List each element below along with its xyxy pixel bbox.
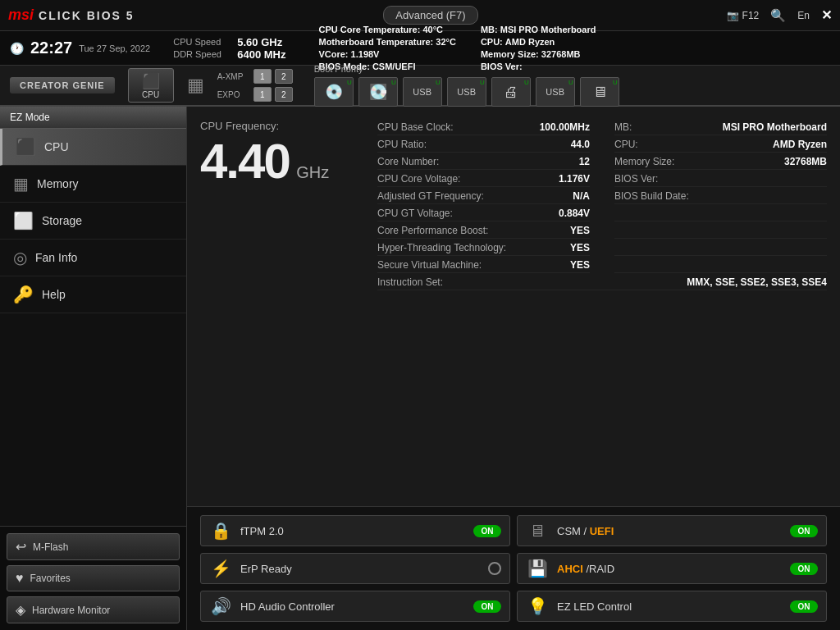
spec-svm: Secure Virtual Machine: YES [377, 258, 590, 273]
ddr-speed-value: 6400 MHz [237, 48, 285, 61]
sidebar-item-cpu-label: CPU [44, 140, 69, 153]
boot-item-2[interactable]: USBU [403, 77, 442, 107]
time-section: 🕐 22:27 Tue 27 Sep, 2022 [10, 39, 150, 57]
cpu-temp-label: CPU Core Temperature: [318, 25, 420, 34]
ftpm-card[interactable]: 🔒 fTPM 2.0 ON [200, 515, 510, 546]
axmp-profile1-button[interactable]: 1 [253, 69, 272, 84]
axmp-row: A-XMP 1 2 [217, 69, 293, 84]
mb-value: MSI PRO Motherboard [500, 25, 596, 34]
expo-profile1-button[interactable]: 1 [253, 87, 272, 102]
ahci-toggle[interactable]: ON [790, 563, 818, 575]
cpu-icon-block[interactable]: ⬛ CPU [128, 68, 174, 103]
sidebar-nav: ⬛ CPU ▦ Memory ⬜ Storage ◎ Fan Info 🔑 He… [0, 129, 186, 526]
ahci-label: AHCI /RAID [557, 563, 782, 575]
mem-size-row: Memory Size: 32768MB [481, 49, 596, 59]
mem-size-label: Memory Size: [481, 49, 539, 59]
cpu-frequency-panel: CPU Frequency: 4.40 GHz [200, 120, 364, 493]
boot-section: Boot Priority 💿U 💽U USBU USBU 🖨U USBU 🖥U [306, 64, 830, 107]
logo-area: msi CLICK BIOS 5 [8, 7, 135, 24]
spec-gt-freq-val: N/A [573, 190, 590, 202]
expo-profile2-button[interactable]: 2 [275, 87, 293, 102]
boot-item-4[interactable]: 🖨U [491, 77, 531, 107]
screenshot-key[interactable]: 📷 F12 [727, 10, 759, 21]
mem-size-value: 32768MB [541, 49, 581, 59]
spec-core-number-val: 12 [579, 156, 590, 167]
boot-item-3[interactable]: USBU [447, 77, 486, 107]
ezled-card[interactable]: 💡 EZ LED Control ON [517, 591, 827, 622]
sidebar-item-fan-info[interactable]: ◎ Fan Info [0, 240, 186, 276]
spec-empty-4 [614, 258, 827, 273]
ftpm-toggle[interactable]: ON [473, 525, 501, 537]
spec-instruction-set-key: Instruction Set: [377, 276, 443, 288]
spec-bios-build-key: BIOS Build Date: [614, 190, 689, 202]
favorites-button[interactable]: ♥ Favorites [7, 565, 180, 591]
profile-memory-icon: ▦ [187, 75, 204, 96]
close-icon[interactable]: ✕ [821, 7, 832, 23]
m-flash-icon: ↩ [16, 539, 26, 555]
boot-item-5[interactable]: USBU [536, 77, 575, 107]
expo-label: EXPO [217, 90, 250, 99]
mb-label: MB: [481, 25, 498, 34]
content-area: CPU Frequency: 4.40 GHz CPU Base Clock: … [187, 107, 840, 630]
main-layout: EZ Mode ⬛ CPU ▦ Memory ⬜ Storage ◎ Fan I… [0, 107, 840, 630]
csm-toggle[interactable]: ON [790, 525, 818, 537]
mode-label[interactable]: Advanced (F7) [383, 6, 477, 25]
cpu-nav-icon: ⬛ [16, 137, 36, 157]
boot-item-6[interactable]: 🖥U [580, 77, 619, 107]
sidebar-item-help[interactable]: 🔑 Help [0, 276, 186, 313]
boot-item-1[interactable]: 💽U [358, 77, 398, 107]
fan-nav-icon: ◎ [13, 248, 27, 267]
spec-bios-build: BIOS Build Date: [614, 189, 827, 204]
memory-nav-icon: ▦ [13, 174, 29, 194]
cpu-row: CPU: AMD Ryzen [481, 37, 596, 47]
hdaudio-toggle[interactable]: ON [473, 600, 501, 613]
spec-core-voltage: CPU Core Voltage: 1.176V [377, 171, 590, 187]
clock-icon: 🕐 [10, 42, 24, 55]
sidebar-item-memory[interactable]: ▦ Memory [0, 166, 186, 203]
content-top: CPU Frequency: 4.40 GHz CPU Base Clock: … [187, 107, 840, 506]
csm-card[interactable]: 🖥 CSM / UEFI ON [517, 515, 827, 546]
hardware-monitor-button[interactable]: ◈ Hardware Monitor [7, 596, 180, 623]
m-flash-label: M-Flash [33, 541, 68, 553]
spec-ratio-val: 44.0 [571, 139, 590, 150]
spec-base-clock: CPU Base Clock: 100.00MHz [377, 120, 590, 135]
ezled-toggle[interactable]: ON [790, 600, 818, 613]
erp-radio[interactable] [488, 562, 501, 575]
axmp-label: A-XMP [217, 72, 250, 81]
spec-gt-voltage-val: 0.884V [559, 208, 590, 219]
cpu-speed-value: 5.60 GHz [237, 36, 282, 48]
cpu-label: CPU: [481, 37, 503, 47]
axmp-profile2-button[interactable]: 2 [275, 69, 293, 84]
language-selector[interactable]: En [797, 10, 810, 21]
hdaudio-card[interactable]: 🔊 HD Audio Controller ON [200, 591, 510, 622]
speed-section: CPU Speed 5.60 GHz DDR Speed 6400 MHz [173, 36, 285, 61]
spec-svm-key: Secure Virtual Machine: [377, 259, 482, 271]
ez-mode-tab[interactable]: EZ Mode [0, 107, 186, 129]
vcore-value: 1.198V [351, 49, 380, 59]
mb-row: MB: MSI PRO Motherboard [481, 25, 596, 34]
spec-bios-ver: BIOS Ver: [614, 171, 827, 187]
ahci-icon: 💾 [526, 559, 549, 578]
spec-instruction-set-val: MMX, SSE, SSE2, SSE3, SSE4 [687, 276, 827, 288]
cpu-speed-label: CPU Speed [173, 37, 232, 47]
favorites-label: Favorites [30, 573, 71, 584]
sidebar-item-cpu[interactable]: ⬛ CPU [0, 129, 186, 166]
boot-item-0[interactable]: 💿U [314, 77, 354, 107]
csm-icon: 🖥 [526, 522, 549, 541]
boot-items-list: 💿U 💽U USBU USBU 🖨U USBU 🖥U [314, 77, 822, 107]
ahci-card[interactable]: 💾 AHCI /RAID ON [517, 553, 827, 584]
spec-ratio-key: CPU Ratio: [377, 139, 427, 150]
sidebar-item-storage[interactable]: ⬜ Storage [0, 203, 186, 240]
creator-genie-button[interactable]: CREATOR GENIE [10, 77, 115, 94]
spec-core-voltage-val: 1.176V [559, 173, 590, 185]
spec-bios-ver-key: BIOS Ver: [614, 173, 658, 185]
erp-card[interactable]: ⚡ ErP Ready [200, 553, 510, 584]
m-flash-button[interactable]: ↩ M-Flash [7, 533, 180, 560]
zoom-icon[interactable]: 🔍 [770, 8, 786, 23]
spec-mb-val: MSI PRO Motherboard [723, 121, 827, 133]
spec-hyper-threading-val: YES [570, 242, 590, 253]
spec-gt-voltage-key: CPU GT Voltage: [377, 208, 453, 219]
spec-instruction-set: Instruction Set: MMX, SSE, SSE2, SSE3, S… [377, 275, 827, 290]
sidebar-bottom: ↩ M-Flash ♥ Favorites ◈ Hardware Monitor [0, 526, 186, 630]
spec-empty-1 [614, 206, 827, 221]
